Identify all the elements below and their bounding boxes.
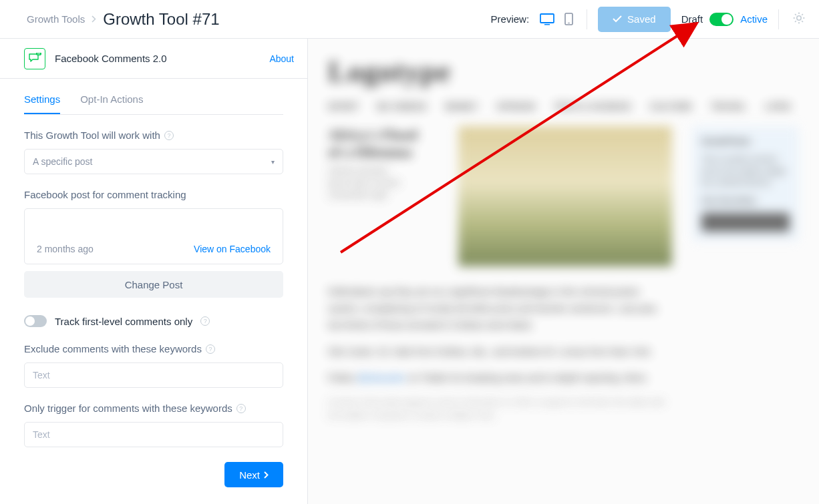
select-value: A specific post — [33, 156, 93, 167]
settings-form: This Growth Tool will work with ? A spec… — [0, 115, 307, 504]
post-preview — [25, 209, 283, 234]
chevron-down-icon: ▾ — [271, 158, 275, 166]
svg-rect-0 — [540, 14, 554, 23]
svg-text:99: 99 — [37, 53, 41, 55]
tool-header: 99 Facebook Comments 2.0 About — [0, 39, 307, 79]
help-icon[interactable]: ? — [206, 344, 215, 354]
top-bar: Growth Tools Growth Tool #71 Preview: Sa… — [0, 0, 819, 39]
status-toggle[interactable] — [709, 13, 733, 26]
help-icon[interactable]: ? — [236, 404, 246, 413]
gear-icon[interactable] — [792, 11, 806, 27]
svg-point-4 — [797, 15, 801, 19]
about-link[interactable]: About — [269, 53, 294, 64]
preview-pane: Logotype SPORTBU SINESSMONEYOPINIONTECH … — [308, 39, 819, 504]
svg-rect-1 — [544, 24, 550, 25]
draft-label: Draft — [681, 13, 703, 25]
work-with-select[interactable]: A specific post ▾ — [24, 149, 283, 174]
chevron-right-icon — [92, 13, 96, 25]
mobile-preview-icon[interactable] — [561, 13, 576, 25]
breadcrumb-parent[interactable]: Growth Tools — [27, 13, 85, 25]
track-first-level-toggle[interactable] — [24, 315, 47, 327]
chevron-right-icon — [264, 471, 269, 479]
next-button[interactable]: Next — [224, 462, 283, 487]
settings-sidebar: 99 Facebook Comments 2.0 About Settings … — [0, 39, 308, 504]
post-card: 2 months ago View on Facebook — [24, 208, 283, 264]
preview-label: Preview: — [491, 13, 530, 25]
help-icon[interactable]: ? — [164, 131, 174, 140]
divider — [587, 9, 587, 29]
only-trigger-label: Only trigger for comments with these key… — [24, 403, 283, 414]
saved-button[interactable]: Saved — [598, 7, 671, 32]
comment-icon: 99 — [24, 48, 45, 69]
view-on-facebook-link[interactable]: View on Facebook — [194, 244, 271, 254]
blurred-preview: Logotype SPORTBU SINESSMONEYOPINIONTECH … — [308, 39, 819, 504]
page-title: Growth Tool #71 — [103, 10, 219, 29]
only-trigger-input[interactable] — [24, 422, 283, 447]
svg-rect-3 — [568, 23, 570, 23]
tab-settings[interactable]: Settings — [24, 93, 60, 114]
tabs: Settings Opt-In Actions — [0, 79, 307, 114]
exclude-keywords-label: Exclude comments with these keywords ? — [24, 343, 283, 354]
saved-button-label: Saved — [627, 13, 656, 25]
post-tracking-label: Facebook post for comment tracking — [24, 189, 283, 200]
exclude-keywords-input[interactable] — [24, 362, 283, 388]
help-icon[interactable]: ? — [200, 316, 210, 326]
active-label: Active — [740, 13, 768, 25]
divider — [778, 9, 779, 29]
work-with-label: This Growth Tool will work with ? — [24, 130, 283, 141]
track-first-level-label: Track first-level comments only — [55, 316, 192, 327]
change-post-button[interactable]: Change Post — [24, 271, 283, 298]
breadcrumb: Growth Tools Growth Tool #71 — [27, 10, 220, 29]
post-timestamp: 2 months ago — [37, 244, 94, 254]
desktop-preview-icon[interactable] — [540, 13, 554, 25]
tab-optin-actions[interactable]: Opt-In Actions — [80, 93, 143, 114]
tool-name: Facebook Comments 2.0 — [55, 53, 260, 64]
next-button-label: Next — [239, 469, 260, 481]
check-icon — [613, 15, 622, 23]
